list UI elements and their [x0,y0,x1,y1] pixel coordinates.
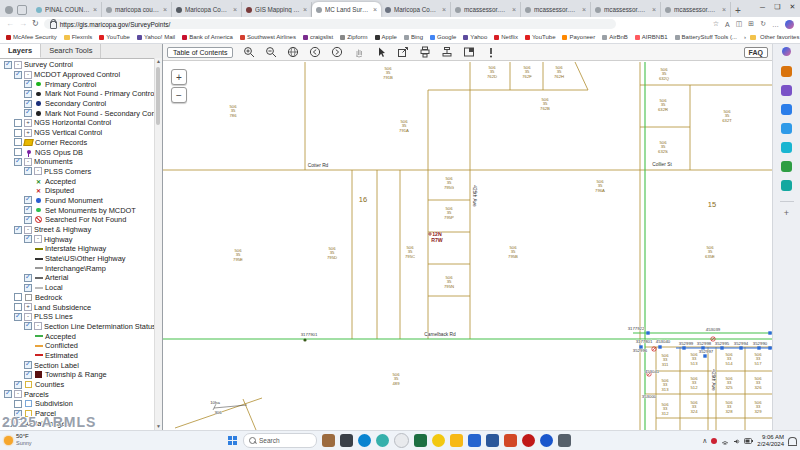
m365-app-icon[interactable] [781,85,792,96]
layer-tree-item[interactable]: Set Monuments by MCDOT [0,205,155,215]
table-of-contents-button[interactable]: Table of Contents [167,47,233,58]
tab-close-icon[interactable]: × [512,6,516,13]
tray-mcafee-icon[interactable] [711,438,717,444]
tree-expander-icon[interactable]: - [24,158,32,166]
layer-checkbox[interactable] [24,100,32,108]
skype-icon[interactable] [358,434,371,447]
layer-checkbox[interactable] [24,284,32,292]
layer-checkbox[interactable] [14,138,22,146]
monkey-app-icon[interactable] [322,434,335,447]
layer-checkbox[interactable] [4,390,12,398]
layer-tree-item[interactable]: Mark Not Found - Secondary Control [0,108,155,118]
layer-tree-item[interactable]: -Monuments [0,157,155,167]
battery-icon[interactable] [744,438,753,444]
previous-extent-icon[interactable] [308,46,321,59]
notifications-bell-icon[interactable] [788,437,797,445]
todo-icon[interactable] [468,434,481,447]
layer-tree-item[interactable]: +NGS Vertical Control [0,128,155,138]
layer-tree-item[interactable]: Corner Records [0,138,155,148]
layer-checkbox[interactable] [4,419,12,427]
layer-checkbox[interactable] [14,303,22,311]
selected-survey-point-marker[interactable] [757,346,760,349]
favorites-overflow-icon[interactable]: › [744,34,746,40]
browser-tab[interactable]: PINAL COUNTY× [32,2,102,17]
layer-tree-item[interactable]: ✕Accepted [0,176,155,186]
layer-tree-item[interactable]: Arterial [0,273,155,283]
url-field[interactable]: https://gis.maricopa.gov/SurveyPoints/ [44,19,616,29]
layer-tree-item[interactable]: Parcel [0,409,155,419]
favorite-item[interactable]: Payoneer [562,34,595,40]
bing-search-icon[interactable] [540,434,553,447]
panel-scrollbar[interactable]: ▲ ▼ [154,58,162,430]
browser-tab[interactable]: maricopa count...× [102,2,172,17]
layer-checkbox[interactable] [24,274,32,282]
layer-tree-item[interactable]: -Section Line Determination Status [0,322,155,332]
warning-icon[interactable] [484,46,497,59]
collections-icon[interactable]: ⊞ [748,20,754,28]
layer-tree-item[interactable]: -PLSS Lines [0,312,155,322]
layer-tree-item[interactable]: +Aerial Images [0,418,155,428]
new-tab-button[interactable]: + [731,3,745,17]
layer-checkbox[interactable] [24,216,32,224]
tree-expander-icon[interactable]: + [14,419,22,427]
layer-tree-item[interactable]: Accepted [0,331,155,341]
export-icon[interactable] [396,46,409,59]
favorite-item[interactable]: AirBnB [602,34,628,40]
searched-not-found-marker[interactable] [652,347,656,351]
selected-survey-point-marker[interactable] [703,354,706,357]
layer-tree-item[interactable]: ✕Disputed [0,186,155,196]
browser-tab[interactable]: mcassessor.mari...× [451,2,521,17]
favorite-item[interactable]: AIRBNB1 [635,34,668,40]
powerpoint-icon[interactable] [504,434,517,447]
other-favorites-label[interactable]: Other favorites [760,34,799,40]
layer-checkbox[interactable] [24,90,32,98]
favorite-item[interactable]: Bank of America [182,34,233,40]
layer-tree-item[interactable]: Found Monument [0,196,155,206]
browser-tab[interactable]: mcassessor.mari...× [521,2,591,17]
favorite-item[interactable]: McAfee Security [6,34,57,40]
layer-tree-item[interactable]: -Highway [0,234,155,244]
layer-tree-item[interactable]: Estimated [0,351,155,361]
tab-close-icon[interactable]: × [233,6,237,13]
layer-checkbox[interactable] [24,322,32,330]
selected-survey-point-marker[interactable] [682,346,685,349]
favorite-item[interactable]: YouTube [99,34,130,40]
browser-tab[interactable]: mcassessor.mari...× [591,2,661,17]
favorite-item[interactable]: Flexmls [64,34,93,40]
browser-tab[interactable]: Maricopa Count...× [381,2,451,17]
tab-close-icon[interactable]: × [442,6,446,13]
settings-ellipsis-icon[interactable]: … [772,21,779,28]
tree-expander-icon[interactable]: + [24,119,32,127]
select-icon[interactable] [374,46,387,59]
layer-checkbox[interactable] [14,158,22,166]
maximize-button[interactable]: ❏ [770,0,785,14]
next-extent-icon[interactable] [330,46,343,59]
favorite-item[interactable]: Zipform [340,34,367,40]
scroll-down-icon[interactable]: ▼ [155,423,162,430]
measure-icon[interactable] [440,46,453,59]
tree-expander-icon[interactable]: + [24,129,32,137]
minimize-button[interactable]: ─ [755,0,770,14]
selected-survey-point-marker[interactable] [646,331,649,334]
layer-tree-item[interactable]: Interchange\Ramp [0,263,155,273]
selected-survey-point-marker[interactable] [720,346,723,349]
layer-tree-item[interactable]: Local [0,283,155,293]
layer-tree-item[interactable]: Counties [0,380,155,390]
browser-tab[interactable]: MC Land Survey× [312,2,381,17]
layer-tree-item[interactable]: Bedrock [0,293,155,303]
favorite-item[interactable]: Yahoo [463,34,487,40]
favorite-item[interactable]: craigslist [303,34,333,40]
faq-button[interactable]: FAQ [744,47,768,58]
layer-tree-item[interactable]: -Survey Control [0,60,155,70]
layer-tree-item[interactable]: Searched For Not Found [0,215,155,225]
split-screen-icon[interactable]: ◫ [736,20,743,28]
map-canvas[interactable]: text{font-family:"Liberation Sans",sans-… [163,61,772,430]
layer-checkbox[interactable] [14,293,22,301]
tree-expander-icon[interactable]: + [24,303,32,311]
word-icon[interactable] [486,434,499,447]
tab-close-icon[interactable]: × [303,6,307,13]
file-explorer-icon[interactable] [450,434,463,447]
tab-close-icon[interactable]: × [93,6,97,13]
full-extent-icon[interactable] [286,46,299,59]
edge-icon[interactable] [376,434,389,447]
